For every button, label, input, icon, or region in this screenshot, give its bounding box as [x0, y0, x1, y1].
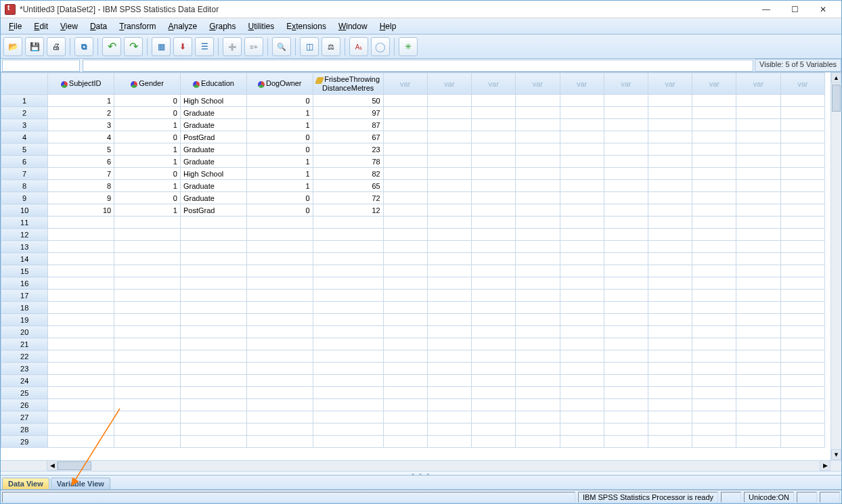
- toolbar-recall-dialog-button[interactable]: [74, 37, 93, 56]
- cell[interactable]: [48, 216, 114, 229]
- empty-cell[interactable]: [648, 411, 692, 423]
- empty-cell[interactable]: [427, 107, 471, 119]
- empty-cell[interactable]: [427, 95, 471, 107]
- cell[interactable]: 50: [313, 95, 383, 107]
- empty-cell[interactable]: [604, 277, 648, 290]
- empty-cell[interactable]: [780, 363, 824, 375]
- cell[interactable]: 87: [313, 119, 383, 131]
- row-header[interactable]: 8: [1, 180, 48, 192]
- cell[interactable]: 0: [114, 168, 181, 180]
- empty-cell[interactable]: [692, 436, 736, 448]
- empty-cell[interactable]: [692, 204, 736, 216]
- toolbar-goto-case-button[interactable]: [152, 37, 171, 56]
- cell[interactable]: [48, 290, 114, 302]
- empty-cell[interactable]: [780, 180, 824, 192]
- empty-cell[interactable]: [516, 192, 560, 204]
- empty-cell[interactable]: [604, 302, 648, 314]
- empty-cell[interactable]: [648, 143, 692, 156]
- empty-cell[interactable]: [736, 192, 780, 204]
- scroll-left-arrow[interactable]: ◀: [47, 460, 58, 471]
- row-header[interactable]: 25: [1, 387, 48, 399]
- cell[interactable]: [180, 314, 246, 326]
- empty-cell[interactable]: [692, 168, 736, 180]
- cell[interactable]: [313, 241, 383, 253]
- empty-cell[interactable]: [736, 363, 780, 375]
- cell[interactable]: [180, 277, 246, 290]
- empty-cell[interactable]: [692, 290, 736, 302]
- empty-cell[interactable]: [427, 314, 471, 326]
- cell[interactable]: [180, 241, 246, 253]
- cell[interactable]: [48, 363, 114, 375]
- cell[interactable]: 8: [48, 180, 114, 192]
- empty-cell[interactable]: [560, 192, 604, 204]
- empty-cell[interactable]: [472, 180, 516, 192]
- empty-cell[interactable]: [383, 216, 427, 229]
- cell[interactable]: PostGrad: [180, 204, 246, 216]
- empty-cell[interactable]: [516, 241, 560, 253]
- empty-cell[interactable]: [516, 277, 560, 290]
- empty-cell[interactable]: [780, 95, 824, 107]
- empty-cell[interactable]: [560, 399, 604, 411]
- cell[interactable]: 23: [313, 143, 383, 156]
- column-header-frisbeethrowingdistancemetres[interactable]: FrisbeeThrowingDistanceMetres: [313, 73, 383, 95]
- empty-cell[interactable]: [383, 277, 427, 290]
- empty-cell[interactable]: [516, 375, 560, 387]
- empty-column-header[interactable]: var: [516, 73, 560, 95]
- toolbar-open-button[interactable]: [3, 37, 22, 56]
- menu-edit[interactable]: Edit: [28, 20, 53, 32]
- empty-cell[interactable]: [427, 411, 471, 423]
- empty-cell[interactable]: [736, 350, 780, 363]
- empty-cell[interactable]: [692, 131, 736, 143]
- empty-cell[interactable]: [604, 436, 648, 448]
- empty-cell[interactable]: [604, 338, 648, 350]
- empty-cell[interactable]: [560, 363, 604, 375]
- empty-cell[interactable]: [427, 399, 471, 411]
- empty-cell[interactable]: [472, 277, 516, 290]
- empty-cell[interactable]: [648, 338, 692, 350]
- cell[interactable]: [48, 314, 114, 326]
- empty-cell[interactable]: [604, 326, 648, 338]
- empty-cell[interactable]: [427, 363, 471, 375]
- cell[interactable]: [48, 411, 114, 423]
- empty-cell[interactable]: [516, 302, 560, 314]
- cell[interactable]: [48, 423, 114, 436]
- empty-cell[interactable]: [383, 314, 427, 326]
- empty-cell[interactable]: [383, 338, 427, 350]
- empty-cell[interactable]: [648, 302, 692, 314]
- row-header[interactable]: 7: [1, 168, 48, 180]
- empty-cell[interactable]: [692, 375, 736, 387]
- empty-column-header[interactable]: var: [560, 73, 604, 95]
- empty-cell[interactable]: [516, 399, 560, 411]
- empty-cell[interactable]: [648, 192, 692, 204]
- row-header[interactable]: 29: [1, 436, 48, 448]
- empty-cell[interactable]: [736, 95, 780, 107]
- tab-variable-view[interactable]: Variable View: [51, 478, 110, 489]
- empty-cell[interactable]: [604, 350, 648, 363]
- empty-cell[interactable]: [736, 180, 780, 192]
- empty-cell[interactable]: [427, 253, 471, 265]
- empty-cell[interactable]: [648, 277, 692, 290]
- empty-cell[interactable]: [648, 216, 692, 229]
- empty-cell[interactable]: [427, 277, 471, 290]
- cell[interactable]: 0: [246, 192, 313, 204]
- empty-cell[interactable]: [604, 241, 648, 253]
- empty-cell[interactable]: [692, 326, 736, 338]
- empty-cell[interactable]: [780, 399, 824, 411]
- menu-extensions[interactable]: Extensions: [281, 20, 332, 32]
- empty-cell[interactable]: [560, 411, 604, 423]
- cell[interactable]: High School: [180, 95, 246, 107]
- empty-cell[interactable]: [780, 192, 824, 204]
- empty-cell[interactable]: [692, 180, 736, 192]
- empty-cell[interactable]: [383, 375, 427, 387]
- menu-data[interactable]: Data: [85, 20, 112, 32]
- cell[interactable]: 1: [114, 204, 181, 216]
- empty-cell[interactable]: [648, 375, 692, 387]
- row-header[interactable]: 4: [1, 131, 48, 143]
- cell[interactable]: [313, 302, 383, 314]
- menu-view[interactable]: View: [55, 20, 83, 32]
- empty-cell[interactable]: [383, 387, 427, 399]
- cell[interactable]: 1: [48, 95, 114, 107]
- empty-cell[interactable]: [604, 387, 648, 399]
- menu-window[interactable]: Window: [333, 20, 373, 32]
- empty-cell[interactable]: [516, 204, 560, 216]
